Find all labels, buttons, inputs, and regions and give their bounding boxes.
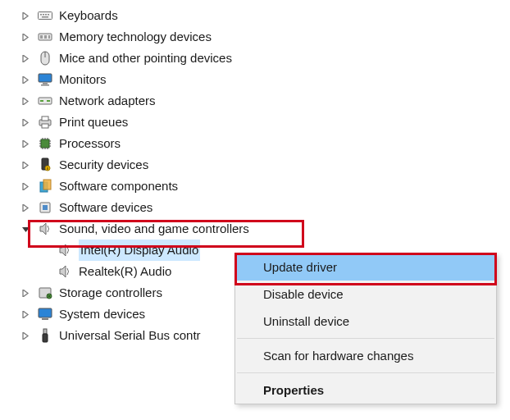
menu-separator [237, 372, 494, 373]
svg-rect-21 [41, 139, 49, 148]
menu-disable-device[interactable]: Disable device [235, 281, 496, 308]
memory-icon [38, 30, 52, 44]
tree-item-label: Print queues [59, 112, 128, 133]
tree-item-label: Realtek(R) Audio [79, 261, 171, 282]
chevron-right-icon[interactable] [18, 200, 33, 215]
svg-rect-16 [40, 100, 43, 102]
svg-rect-7 [40, 35, 43, 39]
tree-item-label: Network adapters [59, 90, 156, 112]
svg-rect-3 [45, 14, 47, 16]
speaker-icon [38, 221, 52, 236]
system-icon [38, 307, 52, 322]
menu-update-driver[interactable]: Update driver [235, 253, 496, 281]
tree-item-label: Keyboards [59, 5, 118, 26]
chevron-right-icon[interactable] [18, 94, 33, 108]
speaker-icon [57, 243, 72, 258]
tree-item-label: Storage controllers [59, 282, 162, 304]
usb-icon [38, 328, 52, 343]
svg-rect-36 [47, 167, 48, 170]
mouse-icon [38, 51, 52, 66]
tree-item-label: Mice and other pointing devices [59, 48, 232, 69]
tree-item[interactable]: Network adapters [18, 90, 510, 112]
chevron-right-icon[interactable] [18, 158, 33, 172]
tree-item-label: Universal Serial Bus contr [59, 325, 201, 346]
menu-item-label: Uninstall device [263, 314, 349, 328]
svg-rect-40 [43, 205, 48, 210]
tree-item[interactable]: Mice and other pointing devices [18, 48, 510, 69]
monitor-icon [38, 72, 52, 87]
component-icon [38, 179, 52, 194]
chevron-right-icon[interactable] [18, 51, 33, 66]
chevron-right-icon[interactable] [18, 179, 33, 194]
svg-rect-17 [47, 100, 50, 102]
svg-rect-2 [43, 14, 44, 16]
menu-item-label: Scan for hardware changes [263, 349, 413, 363]
tree-item-label: Software devices [59, 197, 153, 218]
tree-item-label: Security devices [59, 154, 148, 176]
tree-item-label: Monitors [59, 69, 107, 90]
keyboard-icon [38, 8, 52, 23]
chevron-right-icon[interactable] [18, 307, 33, 322]
tree-item-label: System devices [59, 304, 145, 325]
tree-item[interactable]: Processors [18, 133, 510, 154]
svg-rect-48 [43, 334, 48, 342]
svg-rect-5 [42, 16, 48, 18]
chevron-down-icon[interactable] [18, 221, 33, 236]
tree-item[interactable]: Security devices [18, 154, 510, 176]
svg-rect-4 [48, 14, 49, 16]
menu-item-label: Update driver [263, 260, 337, 274]
svg-rect-0 [39, 12, 52, 20]
chevron-right-icon[interactable] [18, 115, 33, 130]
menu-properties[interactable]: Properties [235, 377, 496, 404]
svg-rect-45 [39, 308, 52, 317]
tree-item-label: Software components [59, 176, 178, 197]
svg-rect-8 [44, 35, 47, 39]
context-menu: Update driver Disable device Uninstall d… [235, 253, 497, 404]
printer-icon [38, 115, 52, 130]
chevron-right-icon[interactable] [18, 8, 33, 23]
menu-item-label: Properties [263, 383, 324, 397]
menu-item-label: Disable device [263, 287, 344, 301]
chevron-right-icon[interactable] [18, 285, 33, 300]
tree-item[interactable]: Software devices [18, 197, 510, 218]
storage-icon [38, 285, 52, 300]
chevron-right-icon[interactable] [18, 136, 33, 151]
svg-rect-13 [43, 83, 48, 84]
chevron-right-icon[interactable] [18, 30, 33, 44]
svg-rect-38 [43, 180, 51, 189]
tree-item[interactable]: Keyboards [18, 5, 510, 26]
tree-item-label: Memory technology devices [59, 26, 212, 48]
tree-item-expanded[interactable]: Sound, video and game controllers [18, 218, 510, 240]
tree-item-label: Sound, video and game controllers [59, 218, 249, 240]
tree-item[interactable]: Print queues [18, 112, 510, 133]
svg-rect-46 [42, 318, 48, 320]
menu-uninstall-device[interactable]: Uninstall device [235, 308, 496, 335]
menu-separator [237, 338, 494, 339]
network-icon [38, 94, 52, 108]
tree-item[interactable]: Monitors [18, 69, 510, 90]
security-icon [38, 158, 52, 172]
svg-rect-14 [41, 84, 49, 86]
tree-item[interactable]: Memory technology devices [18, 26, 510, 48]
menu-scan-hardware[interactable]: Scan for hardware changes [235, 342, 496, 369]
svg-rect-1 [40, 14, 42, 16]
svg-rect-9 [48, 35, 50, 39]
chevron-right-icon[interactable] [18, 328, 33, 343]
processor-icon [38, 136, 52, 151]
svg-rect-20 [42, 124, 48, 128]
svg-rect-19 [42, 116, 48, 121]
tree-item-label: Intel(R) Display Audio [80, 243, 198, 257]
softdev-icon [38, 200, 52, 215]
tree-item-label: Processors [59, 133, 121, 154]
speaker-icon [57, 264, 72, 279]
svg-rect-12 [39, 74, 52, 82]
svg-rect-47 [43, 329, 47, 334]
chevron-right-icon[interactable] [18, 72, 33, 87]
tree-item[interactable]: Software components [18, 176, 510, 197]
